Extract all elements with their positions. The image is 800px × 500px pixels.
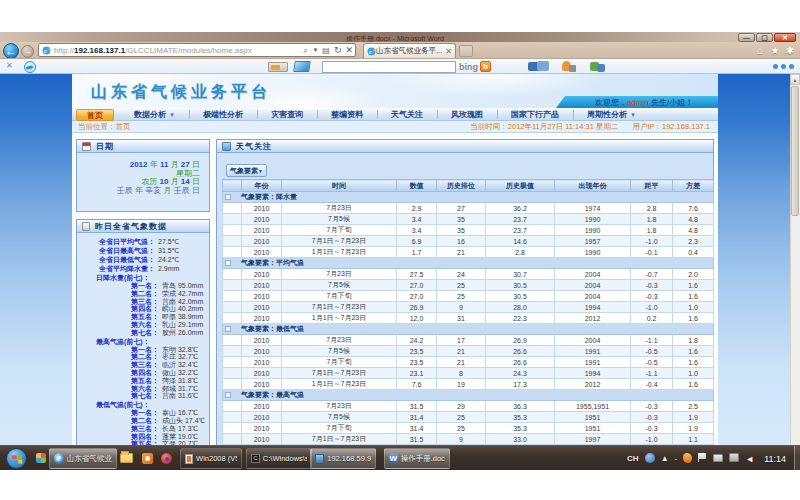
close-button[interactable]: ✕ xyxy=(774,33,796,42)
taskbar-button-vm[interactable]: Win2008 (V52... xyxy=(180,448,242,469)
toolbar-mail-icon[interactable] xyxy=(293,61,311,72)
back-button[interactable]: ← xyxy=(3,43,19,59)
date-panel: 日期 2012 年 11 月 27 日星期二农历 10 月 14 日壬辰 年 辛… xyxy=(76,139,210,212)
tab-close-icon[interactable]: ✕ xyxy=(445,47,452,56)
watch-icon xyxy=(222,142,231,151)
group-checkbox[interactable] xyxy=(225,194,231,200)
table-row: 20107月下旬31.42535.31951-0.31.9 xyxy=(223,423,714,434)
nav-item-7[interactable]: 国家下行产品 xyxy=(497,109,573,120)
site-banner: 山东省气候业务平台 欢迎您，admin 先生/小姐！ xyxy=(72,74,718,108)
taskbar-button-rdp[interactable]: 192.168.59.99... xyxy=(310,448,376,469)
toolbar-screenshot-icon[interactable] xyxy=(528,61,550,72)
toolbar-person-icon[interactable] xyxy=(560,61,576,72)
browser-tab[interactable]: e 山东省气候业务平... ✕ xyxy=(363,43,456,58)
group-checkbox[interactable] xyxy=(225,326,231,332)
tray-blue-icon[interactable] xyxy=(645,453,655,463)
home-icon[interactable]: ⌂ xyxy=(753,44,767,57)
weather-stat-1: 全省日最高气温：31.5℃ xyxy=(77,246,209,255)
tray-volume-icon[interactable]: ◄ xyxy=(745,454,754,464)
taskbar-button-cmd[interactable]: CC:\Windows\s... xyxy=(246,448,312,469)
calendar-icon xyxy=(82,142,91,151)
tray-network-icon[interactable] xyxy=(729,453,739,462)
nav-item-5[interactable]: 天气关注 xyxy=(377,109,437,120)
bing-button[interactable]: b xyxy=(480,61,491,72)
nav-item-8[interactable]: 周期性分析▼ xyxy=(573,109,650,121)
tray-clock[interactable]: 11:14 xyxy=(764,454,786,464)
rdp-icon xyxy=(315,454,324,464)
rank-item-1-2: 第三名：临沂 32.4℃ xyxy=(77,361,209,369)
stop-icon[interactable]: ✕ xyxy=(345,45,353,55)
table-row: 20107月5候31.42535.31951-0.31.9 xyxy=(223,412,714,423)
wmp-taskbar-icon[interactable] xyxy=(142,453,153,464)
new-tab-button[interactable] xyxy=(459,45,473,57)
table-row: 20101月1日～7月23日12.03122.320120.21.6 xyxy=(223,313,714,324)
nav-item-1[interactable]: 数据分析▼ xyxy=(120,109,189,121)
table-row: 20107月1日～7月23日31.5933.01997-1.01.1 xyxy=(223,434,714,445)
col-header-7: 距平 xyxy=(631,180,673,192)
start-button[interactable] xyxy=(6,448,27,469)
scroll-up-icon[interactable]: ▲ xyxy=(790,74,800,85)
folder-taskbar-icon[interactable] xyxy=(120,453,133,463)
element-filter-button[interactable]: 气象要素▼ xyxy=(226,164,267,177)
tray-dash-icon[interactable]: - xyxy=(675,454,678,463)
taskbar-button-word[interactable]: W操作手册.docx ... xyxy=(384,448,450,469)
group-checkbox[interactable] xyxy=(225,392,231,398)
scrollbar-thumb[interactable] xyxy=(791,86,799,216)
restore-button[interactable]: ▢ xyxy=(756,33,773,42)
svg-text:e: e xyxy=(369,47,372,54)
rank-item-0-2: 第三名：莒南 42.0mm xyxy=(77,298,209,306)
minimize-button[interactable]: — xyxy=(738,33,755,42)
tab-favicon: e xyxy=(367,47,376,56)
tray-language[interactable]: CH xyxy=(627,454,639,463)
toolbar-apps-icon[interactable] xyxy=(590,61,606,72)
scrollbar[interactable]: ▲ xyxy=(790,74,800,470)
favorites-star-icon[interactable]: ★ xyxy=(768,44,782,57)
toolbar-close-icon[interactable]: ✕ xyxy=(6,61,13,70)
toolbar-logo-icon[interactable] xyxy=(24,61,36,73)
compat-icon[interactable]: ▤ xyxy=(322,46,330,55)
pinned-app-icon[interactable] xyxy=(36,453,46,463)
nav-item-6[interactable]: 风玫瑰图 xyxy=(437,109,497,120)
nav-item-0[interactable]: 首页 xyxy=(76,109,114,121)
group-row-1: 气象要素：平均气温 xyxy=(223,258,714,269)
weather-stat-2: 全省日最低气温：24.2℃ xyxy=(77,255,209,264)
tab-title: 山东省气候业务平... xyxy=(376,46,443,56)
col-header-1: 年份 xyxy=(242,180,282,192)
tray-up-icon[interactable]: ▲ xyxy=(661,454,669,463)
show-desktop-button[interactable] xyxy=(794,446,800,471)
dropdown-icon[interactable]: ▼ xyxy=(312,47,318,53)
rank-item-2-2: 第三名：长岛 17.3℃ xyxy=(77,425,209,433)
nav-item-2[interactable]: 极端性分析 xyxy=(189,109,257,120)
tray-flame-icon[interactable] xyxy=(683,453,692,463)
greeting-text: 欢迎您，admin 先生/小姐！ xyxy=(570,97,718,108)
toolbar-search-input[interactable] xyxy=(322,61,456,73)
tray-flag-icon[interactable] xyxy=(698,453,707,462)
rank-item-0-3: 第四名：崂山 40.2mm xyxy=(77,305,209,313)
svg-text:e: e xyxy=(44,46,47,53)
date-panel-title: 日期 xyxy=(96,141,114,152)
red-taskbar-icon[interactable] xyxy=(161,453,172,464)
nav-item-3[interactable]: 灾害查询 xyxy=(257,109,317,120)
search-icon[interactable]: ⌕ xyxy=(303,45,308,56)
taskbar: e山东省气候业...Win2008 (V52...CC:\Windows\s..… xyxy=(0,445,800,470)
rank-heading-1: 最高气温(前七)： xyxy=(77,337,209,346)
group-row-0: 气象要素：降水量 xyxy=(223,192,714,203)
bing-toolbar: ✕ bing b xyxy=(0,58,800,74)
group-checkbox[interactable] xyxy=(225,260,231,266)
weather-panel-title: 昨日全省气象数据 xyxy=(95,221,167,232)
tray-display-icon[interactable] xyxy=(713,454,723,462)
forward-button[interactable]: → xyxy=(21,45,34,58)
nav-item-4[interactable]: 整编资料 xyxy=(317,109,377,120)
toolbar-card-icon[interactable] xyxy=(268,62,288,72)
taskbar-button-ie[interactable]: e山东省气候业... xyxy=(49,448,117,469)
tools-gear-icon[interactable]: ✱ xyxy=(783,44,797,57)
ie-favicon: e xyxy=(42,46,51,55)
refresh-icon[interactable]: ↻ xyxy=(334,45,342,55)
page-viewport: 山东省气候业务平台 欢迎您，admin 先生/小姐！ 首页数据分析▼极端性分析灾… xyxy=(0,74,800,470)
address-bar[interactable]: e http://192.168.137.1/GLCCLIMATE/module… xyxy=(38,43,356,57)
toolbar-overflow-icon[interactable] xyxy=(770,64,794,69)
site-title: 山东省气候业务平台 xyxy=(91,82,271,103)
page-body: 日期 2012 年 11 月 27 日星期二农历 10 月 14 日壬辰 年 辛… xyxy=(72,133,718,470)
rank-heading-0: 日降水量(前七)： xyxy=(77,273,209,282)
ie-icon: e xyxy=(54,453,64,464)
